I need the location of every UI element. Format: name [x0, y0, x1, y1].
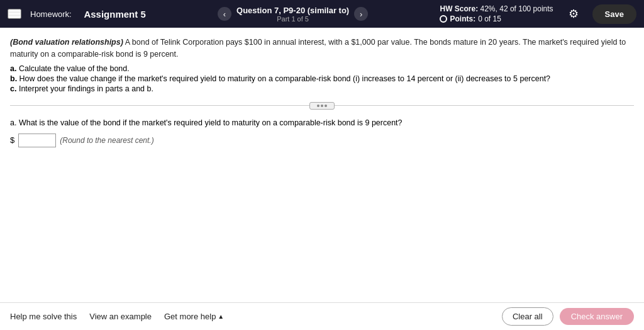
answer-input[interactable] [18, 134, 56, 147]
round-label: (Round to the nearest cent.) [60, 136, 153, 145]
section-divider [10, 102, 634, 110]
handle-dot-3 [325, 105, 327, 107]
part-a-letter: a. [10, 64, 16, 73]
points-value: 0 of 15 [478, 14, 501, 23]
part-b-letter: b. [10, 74, 17, 83]
question-part: Part 1 of 5 [236, 15, 349, 23]
part-a-text: Calculate the value of the bond. [19, 64, 130, 73]
handle-dot-1 [317, 105, 319, 107]
hw-score-label: HW Score: [440, 4, 478, 13]
help-me-solve-button[interactable]: Help me solve this [10, 312, 77, 321]
prev-question-button[interactable]: ‹ [218, 7, 231, 21]
divider-handle[interactable] [309, 102, 335, 110]
question-info: Question 7, P9-20 (similar to) Part 1 of… [236, 6, 349, 23]
question-title: Question 7, P9-20 (similar to) [236, 6, 349, 15]
problem-statement: (Bond valuation relationships) A bond of… [10, 37, 634, 60]
main-content: (Bond valuation relationships) A bond of… [0, 28, 644, 302]
problem-parts: a. Calculate the value of the bond. b. H… [10, 64, 634, 93]
part-b-text: How does the value change if the market'… [19, 74, 550, 83]
question-nav: ‹ Question 7, P9-20 (similar to) Part 1 … [218, 6, 368, 23]
part-c-text: Interpret your findings in parts a and b… [19, 84, 153, 93]
points-circle-icon [440, 15, 447, 23]
part-b-intro: b. How does the value change if the mark… [10, 74, 634, 83]
get-more-help-label: Get more help [164, 312, 216, 321]
divider-line-right [335, 105, 634, 106]
clear-all-button[interactable]: Clear all [502, 307, 553, 326]
handle-dot-2 [321, 105, 323, 107]
dropdown-arrow-icon: ▲ [218, 313, 224, 320]
dollar-sign: $ [10, 135, 14, 145]
next-question-button[interactable]: › [354, 7, 368, 21]
part-a-intro: a. Calculate the value of the bond. [10, 64, 634, 73]
homework-label: Homework: [30, 9, 72, 19]
part-c-letter: c. [10, 84, 16, 93]
view-example-button[interactable]: View an example [89, 312, 152, 321]
footer-right: Clear all Check answer [502, 307, 634, 326]
get-more-help-button[interactable]: Get more help ▲ [164, 312, 224, 321]
menu-button[interactable] [8, 9, 21, 19]
part-c-intro: c. Interpret your findings in parts a an… [10, 84, 634, 93]
header: Homework: Assignment 5 ‹ Question 7, P9-… [0, 0, 644, 28]
answer-input-row: $ (Round to the nearest cent.) [10, 134, 634, 147]
check-answer-button[interactable]: Check answer [560, 308, 634, 325]
divider-line-left [10, 105, 309, 106]
points-label: Points: [450, 14, 475, 23]
assignment-title: Assignment 5 [84, 9, 145, 20]
hw-score-value: 42%, 42 of 100 points [480, 4, 553, 13]
score-section: HW Score: 42%, 42 of 100 points Points: … [440, 4, 553, 23]
problem-bold-italic: (Bond valuation relationships) [10, 38, 123, 47]
footer: Help me solve this View an example Get m… [0, 302, 644, 330]
part-a-question: a. What is the value of the bond if the … [10, 118, 634, 127]
settings-button[interactable]: ⚙ [564, 4, 584, 24]
save-button[interactable]: Save [592, 4, 636, 24]
